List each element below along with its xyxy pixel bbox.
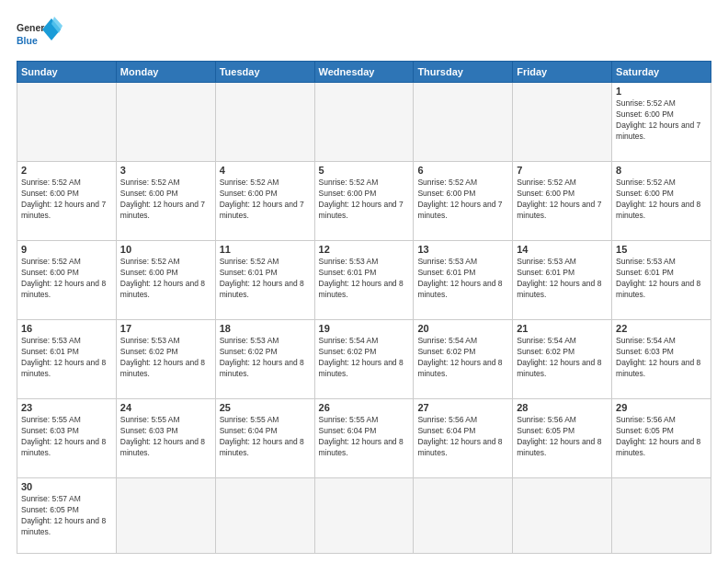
calendar-cell: 11Sunrise: 5:52 AMSunset: 6:01 PMDayligh… [215, 241, 314, 320]
day-number: 15 [616, 244, 707, 255]
calendar-cell: 28Sunrise: 5:56 AMSunset: 6:05 PMDayligh… [513, 399, 612, 478]
calendar-cell [314, 478, 414, 554]
day-info: Sunrise: 5:52 AMSunset: 6:00 PMDaylight:… [21, 257, 112, 301]
day-info: Sunrise: 5:54 AMSunset: 6:02 PMDaylight:… [517, 336, 608, 380]
calendar-week-row: 1Sunrise: 5:52 AMSunset: 6:00 PMDaylight… [17, 83, 711, 162]
day-number: 16 [21, 323, 112, 334]
calendar-cell: 12Sunrise: 5:53 AMSunset: 6:01 PMDayligh… [314, 241, 414, 320]
calendar-cell: 3Sunrise: 5:52 AMSunset: 6:00 PMDaylight… [116, 162, 215, 241]
calendar-cell: 4Sunrise: 5:52 AMSunset: 6:00 PMDaylight… [215, 162, 314, 241]
calendar-cell: 27Sunrise: 5:56 AMSunset: 6:04 PMDayligh… [414, 399, 513, 478]
day-number: 28 [517, 402, 608, 413]
day-number: 24 [120, 402, 211, 413]
day-number: 3 [120, 165, 211, 176]
col-thursday: Thursday [414, 62, 513, 83]
day-info: Sunrise: 5:53 AMSunset: 6:02 PMDaylight:… [220, 336, 311, 380]
day-number: 26 [319, 402, 410, 413]
day-info: Sunrise: 5:52 AMSunset: 6:00 PMDaylight:… [319, 178, 410, 222]
day-number: 10 [120, 244, 211, 255]
day-number: 27 [417, 402, 508, 413]
calendar-cell: 26Sunrise: 5:55 AMSunset: 6:04 PMDayligh… [314, 399, 414, 478]
day-number: 23 [21, 402, 112, 413]
calendar-week-row: 23Sunrise: 5:55 AMSunset: 6:03 PMDayligh… [17, 399, 711, 478]
calendar-cell: 25Sunrise: 5:55 AMSunset: 6:04 PMDayligh… [215, 399, 314, 478]
day-info: Sunrise: 5:56 AMSunset: 6:05 PMDaylight:… [517, 415, 608, 459]
calendar-cell [414, 478, 513, 554]
day-number: 22 [616, 323, 707, 334]
calendar-cell: 24Sunrise: 5:55 AMSunset: 6:03 PMDayligh… [116, 399, 215, 478]
calendar-cell [17, 83, 117, 162]
logo-icon: General Blue [17, 17, 63, 55]
day-number: 30 [21, 481, 112, 492]
calendar-cell [116, 478, 215, 554]
day-number: 4 [220, 165, 311, 176]
day-number: 8 [616, 165, 707, 176]
calendar-cell [215, 478, 314, 554]
day-info: Sunrise: 5:55 AMSunset: 6:04 PMDaylight:… [220, 415, 311, 459]
calendar-cell [414, 83, 513, 162]
day-info: Sunrise: 5:54 AMSunset: 6:03 PMDaylight:… [616, 336, 707, 380]
day-number: 11 [220, 244, 311, 255]
calendar-cell: 18Sunrise: 5:53 AMSunset: 6:02 PMDayligh… [215, 320, 314, 399]
day-info: Sunrise: 5:52 AMSunset: 6:00 PMDaylight:… [120, 257, 211, 301]
day-info: Sunrise: 5:52 AMSunset: 6:00 PMDaylight:… [417, 178, 508, 222]
day-info: Sunrise: 5:56 AMSunset: 6:05 PMDaylight:… [616, 415, 707, 459]
day-info: Sunrise: 5:57 AMSunset: 6:05 PMDaylight:… [21, 494, 112, 538]
day-info: Sunrise: 5:53 AMSunset: 6:01 PMDaylight:… [517, 257, 608, 301]
calendar-cell [513, 478, 612, 554]
calendar-cell: 20Sunrise: 5:54 AMSunset: 6:02 PMDayligh… [414, 320, 513, 399]
day-number: 2 [21, 165, 112, 176]
day-info: Sunrise: 5:52 AMSunset: 6:00 PMDaylight:… [120, 178, 211, 222]
calendar-cell [513, 83, 612, 162]
calendar-cell: 17Sunrise: 5:53 AMSunset: 6:02 PMDayligh… [116, 320, 215, 399]
page: General Blue Sunday Monday Tuesday Wedne… [0, 0, 728, 563]
day-info: Sunrise: 5:53 AMSunset: 6:02 PMDaylight:… [120, 336, 211, 380]
day-info: Sunrise: 5:52 AMSunset: 6:00 PMDaylight:… [616, 178, 707, 222]
calendar-cell: 2Sunrise: 5:52 AMSunset: 6:00 PMDaylight… [17, 162, 117, 241]
calendar-cell: 15Sunrise: 5:53 AMSunset: 6:01 PMDayligh… [612, 241, 711, 320]
day-number: 9 [21, 244, 112, 255]
day-number: 17 [120, 323, 211, 334]
day-number: 6 [417, 165, 508, 176]
day-number: 13 [417, 244, 508, 255]
col-wednesday: Wednesday [314, 62, 414, 83]
day-info: Sunrise: 5:55 AMSunset: 6:04 PMDaylight:… [319, 415, 410, 459]
calendar-cell: 14Sunrise: 5:53 AMSunset: 6:01 PMDayligh… [513, 241, 612, 320]
calendar-cell: 6Sunrise: 5:52 AMSunset: 6:00 PMDaylight… [414, 162, 513, 241]
day-number: 1 [616, 86, 707, 97]
calendar-cell: 1Sunrise: 5:52 AMSunset: 6:00 PMDaylight… [612, 83, 711, 162]
calendar-cell: 8Sunrise: 5:52 AMSunset: 6:00 PMDaylight… [612, 162, 711, 241]
calendar-cell: 21Sunrise: 5:54 AMSunset: 6:02 PMDayligh… [513, 320, 612, 399]
calendar-cell: 10Sunrise: 5:52 AMSunset: 6:00 PMDayligh… [116, 241, 215, 320]
day-info: Sunrise: 5:53 AMSunset: 6:01 PMDaylight:… [616, 257, 707, 301]
calendar-cell: 22Sunrise: 5:54 AMSunset: 6:03 PMDayligh… [612, 320, 711, 399]
calendar-cell [116, 83, 215, 162]
calendar-header-row: Sunday Monday Tuesday Wednesday Thursday… [17, 62, 711, 83]
calendar-cell: 29Sunrise: 5:56 AMSunset: 6:05 PMDayligh… [612, 399, 711, 478]
day-info: Sunrise: 5:52 AMSunset: 6:00 PMDaylight:… [517, 178, 608, 222]
header: General Blue [17, 17, 711, 55]
day-number: 21 [517, 323, 608, 334]
day-number: 14 [517, 244, 608, 255]
calendar-cell: 19Sunrise: 5:54 AMSunset: 6:02 PMDayligh… [314, 320, 414, 399]
day-number: 12 [319, 244, 410, 255]
day-number: 5 [319, 165, 410, 176]
day-info: Sunrise: 5:52 AMSunset: 6:00 PMDaylight:… [21, 178, 112, 222]
day-info: Sunrise: 5:54 AMSunset: 6:02 PMDaylight:… [319, 336, 410, 380]
calendar-cell: 7Sunrise: 5:52 AMSunset: 6:00 PMDaylight… [513, 162, 612, 241]
calendar-cell: 16Sunrise: 5:53 AMSunset: 6:01 PMDayligh… [17, 320, 117, 399]
calendar-week-row: 16Sunrise: 5:53 AMSunset: 6:01 PMDayligh… [17, 320, 711, 399]
day-info: Sunrise: 5:55 AMSunset: 6:03 PMDaylight:… [21, 415, 112, 459]
day-info: Sunrise: 5:52 AMSunset: 6:00 PMDaylight:… [220, 178, 311, 222]
day-info: Sunrise: 5:53 AMSunset: 6:01 PMDaylight:… [21, 336, 112, 380]
calendar-cell: 5Sunrise: 5:52 AMSunset: 6:00 PMDaylight… [314, 162, 414, 241]
day-info: Sunrise: 5:55 AMSunset: 6:03 PMDaylight:… [120, 415, 211, 459]
day-number: 7 [517, 165, 608, 176]
calendar-week-row: 2Sunrise: 5:52 AMSunset: 6:00 PMDaylight… [17, 162, 711, 241]
day-info: Sunrise: 5:54 AMSunset: 6:02 PMDaylight:… [417, 336, 508, 380]
day-info: Sunrise: 5:53 AMSunset: 6:01 PMDaylight:… [319, 257, 410, 301]
calendar-cell [314, 83, 414, 162]
calendar-cell: 23Sunrise: 5:55 AMSunset: 6:03 PMDayligh… [17, 399, 117, 478]
calendar-cell [612, 478, 711, 554]
col-friday: Friday [513, 62, 612, 83]
